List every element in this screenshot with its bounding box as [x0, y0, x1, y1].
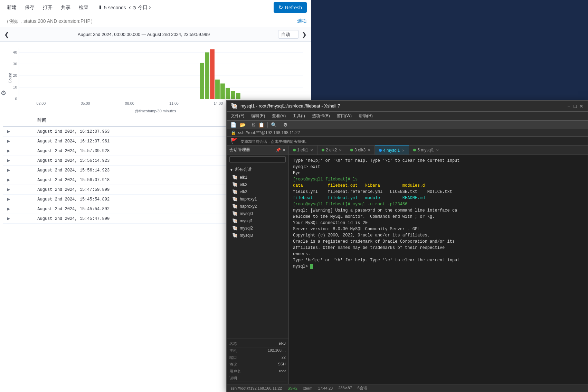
expand-button[interactable]: ▶: [7, 187, 10, 192]
time-cell: August 2nd 2024, 15:47:59.899: [33, 185, 225, 195]
tab-close-icon[interactable]: ✕: [436, 148, 439, 152]
options-button[interactable]: 选项: [297, 18, 307, 24]
expand-button[interactable]: ▶: [7, 129, 10, 134]
session-name-value: elk3: [279, 341, 286, 346]
menu-edit[interactable]: 编辑(E): [250, 112, 266, 120]
pause-button[interactable]: ⏸: [97, 4, 103, 11]
toolbar-open-btn[interactable]: 📂: [239, 122, 247, 128]
today-icon-button[interactable]: ⊙: [132, 5, 136, 10]
minimize-button[interactable]: －: [566, 103, 571, 109]
expand-button[interactable]: ▶: [7, 197, 10, 202]
date-prev-button[interactable]: ❮: [4, 31, 9, 38]
time-nav: ‹ ⊙ 今日 ›: [129, 4, 151, 11]
svg-text:40: 40: [13, 50, 17, 54]
session-pin-button[interactable]: 📌: [276, 148, 281, 152]
toolbar-settings-btn[interactable]: ⚙: [282, 122, 289, 128]
terminal-line: Bye: [293, 170, 584, 176]
share-button[interactable]: 共享: [58, 3, 73, 12]
expand-button[interactable]: ▶: [7, 216, 10, 221]
tab-close-icon[interactable]: ✕: [310, 148, 313, 152]
date-next-button[interactable]: ❯: [302, 31, 307, 38]
status-sessions: 6会话: [358, 385, 367, 391]
expand-button[interactable]: ▶: [7, 148, 10, 153]
expand-button[interactable]: ▶: [7, 177, 10, 182]
menu-window[interactable]: 窗口(W): [335, 112, 353, 120]
tab-item[interactable]: 3 elk3✕: [346, 146, 375, 155]
menu-tabs[interactable]: 选项卡(B): [311, 112, 331, 120]
menu-help[interactable]: 帮助(H): [357, 112, 374, 120]
search-input[interactable]: [4, 18, 297, 24]
session-list-item[interactable]: 🐚haproxy1: [227, 195, 288, 203]
session-name: haproxy1: [240, 197, 257, 202]
expand-cell: ▶: [3, 185, 33, 195]
session-close-button[interactable]: ✕: [282, 148, 286, 152]
tab-label: 4 mysql1: [383, 148, 400, 153]
open-button[interactable]: 打开: [40, 3, 55, 12]
time-cell: August 2nd 2024, 15:56:14.923: [33, 166, 225, 175]
tab-close-icon[interactable]: ✕: [402, 149, 405, 152]
tab-label: 5 mysql1: [417, 148, 434, 152]
expand-cell: ▶: [3, 214, 33, 224]
session-name-label: 名称: [229, 341, 237, 346]
terminal-output[interactable]: Type 'help;' or '\h' for help. Type '\c'…: [289, 155, 588, 384]
time-cell: August 2nd 2024, 15:45:54.892: [33, 204, 225, 214]
new-button[interactable]: 新建: [4, 3, 19, 12]
auto-select[interactable]: 自动: [278, 30, 299, 39]
session-icon: 🐚: [232, 182, 238, 187]
session-list-item[interactable]: 🐚elk1: [227, 174, 288, 181]
tab-item[interactable]: 5 mysql1✕: [409, 146, 443, 155]
tab-close-icon[interactable]: ✕: [339, 148, 342, 152]
session-tree: ▼ 所有会话 🐚elk1🐚elk2🐚elk3🐚haproxy1🐚haproxy2…: [227, 164, 288, 338]
toolbar-new-btn[interactable]: 📄: [229, 122, 237, 128]
toolbar-paste-btn[interactable]: 📋: [257, 122, 265, 128]
expand-cell: ▶: [3, 166, 33, 175]
terminal-line: Your MySQL connection id is 20: [293, 220, 584, 226]
toolbar-copy-btn[interactable]: ⎘: [251, 122, 256, 128]
svg-text:02:00: 02:00: [36, 101, 46, 105]
svg-text:05:00: 05:00: [81, 101, 90, 105]
expand-cell: ▶: [3, 127, 33, 137]
tab-close-icon[interactable]: ✕: [368, 148, 370, 152]
terminal-line: Copyright (c) 2000, 2022, Oracle and/or …: [293, 232, 584, 239]
tab-item[interactable]: 2 elk2✕: [317, 146, 346, 155]
session-search-input[interactable]: [229, 156, 286, 162]
menu-tools[interactable]: 工具(I): [291, 112, 306, 120]
expand-button[interactable]: ▶: [7, 158, 10, 163]
time-col-header[interactable]: 时间: [33, 114, 225, 127]
terminal-line: fields.yml filebeat.reference.yml LICENS…: [293, 189, 584, 195]
close-button[interactable]: ✕: [579, 103, 584, 109]
chart-svg: 0 10 20 30 40 02:00 05:00 08:00 11:00 14…: [4, 45, 307, 107]
tab-item[interactable]: 1 elk1✕: [289, 146, 317, 155]
expand-button[interactable]: ▶: [7, 139, 10, 143]
session-all-item[interactable]: ▼ 所有会话: [227, 166, 288, 174]
tab-dot-icon: [379, 149, 382, 152]
session-list-item[interactable]: 🐚elk3: [227, 188, 288, 195]
refresh-button[interactable]: ↻ Refresh: [274, 2, 307, 13]
menu-view[interactable]: 查看(V): [271, 112, 287, 120]
session-list-item[interactable]: 🐚haproxy2: [227, 203, 288, 210]
prev-time-button[interactable]: ‹: [129, 4, 131, 11]
tab-label: 3 elk3: [354, 148, 366, 152]
lock-icon: 🔒: [231, 130, 236, 135]
session-desc-label: 说明: [229, 376, 237, 381]
session-list-item[interactable]: 🐚mysql0: [227, 210, 288, 217]
expand-button[interactable]: ▶: [7, 206, 10, 211]
maximize-button[interactable]: □: [574, 103, 577, 109]
xshell-window: 🐚 mysql1 - root@mysql1:/usr/local/filebe…: [226, 100, 588, 392]
menu-file[interactable]: 文件(F): [229, 112, 246, 120]
next-time-button[interactable]: ›: [149, 4, 151, 11]
terminal-main: 1 elk1✕2 elk2✕3 elk3✕4 mysql1✕5 mysql1✕ …: [289, 146, 588, 384]
interval-display: ⏸ 5 seconds: [97, 4, 126, 11]
session-list-item[interactable]: 🐚elk2: [227, 181, 288, 188]
session-list-item[interactable]: 🐚mysql2: [227, 224, 288, 232]
time-cell: August 2nd 2024, 15:56:14.923: [33, 156, 225, 166]
inspect-button[interactable]: 检查: [76, 3, 91, 12]
status-size: 238✕87: [338, 386, 352, 390]
session-name: mysql3: [240, 233, 253, 238]
session-list-item[interactable]: 🐚mysql1: [227, 217, 288, 224]
toolbar-find-btn[interactable]: 🔍: [270, 122, 278, 128]
expand-button[interactable]: ▶: [7, 168, 10, 172]
tab-item[interactable]: 4 mysql1✕: [375, 146, 409, 155]
session-list-item[interactable]: 🐚mysql3: [227, 232, 288, 239]
save-button[interactable]: 保存: [22, 3, 37, 12]
